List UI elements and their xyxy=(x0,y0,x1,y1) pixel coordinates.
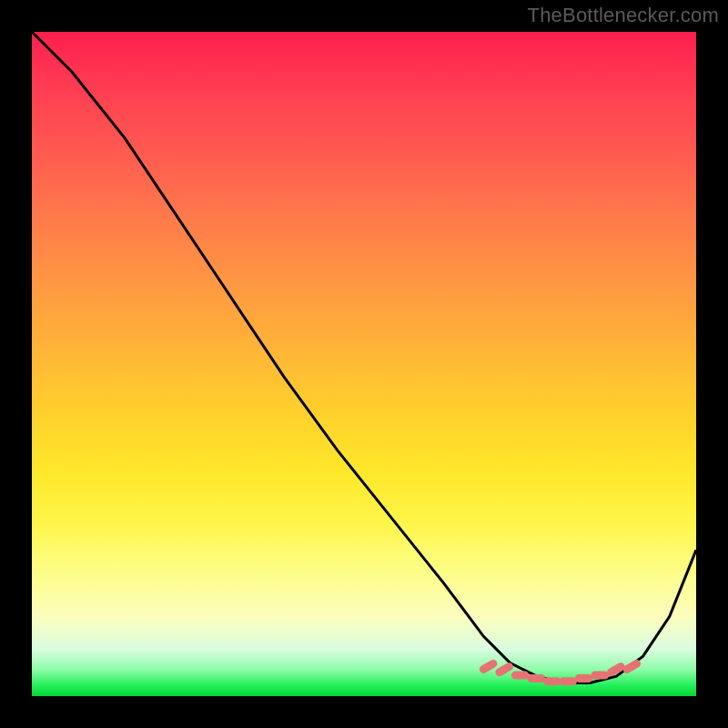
svg-line-9 xyxy=(627,663,637,669)
bottleneck-curve xyxy=(32,32,696,682)
svg-line-1 xyxy=(500,667,510,672)
curve-svg xyxy=(32,32,696,696)
attribution-label: TheBottlenecker.com xyxy=(528,4,719,27)
trough-markers xyxy=(483,663,636,681)
svg-line-0 xyxy=(483,663,493,669)
chart-container: TheBottlenecker.com xyxy=(0,0,728,728)
plot-area xyxy=(32,32,696,696)
svg-line-8 xyxy=(612,667,622,672)
